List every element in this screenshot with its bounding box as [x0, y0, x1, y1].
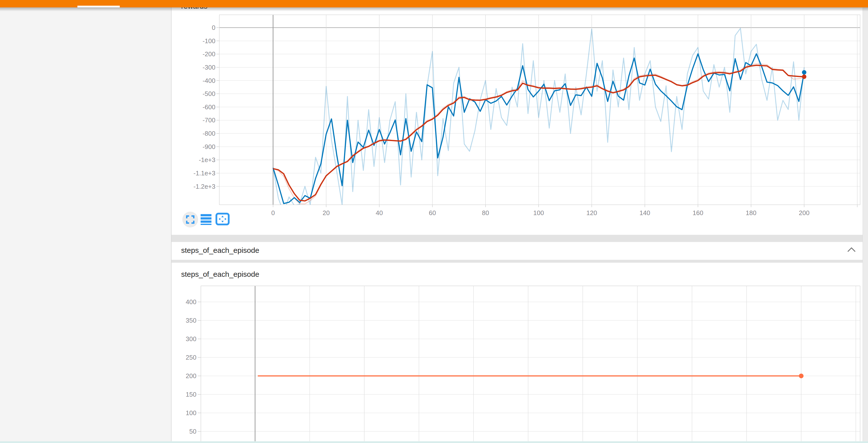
svg-text:40: 40: [376, 209, 383, 216]
svg-text:50: 50: [189, 428, 196, 435]
steps-chart[interactable]: 40035030025020015010050: [173, 281, 865, 443]
svg-text:0: 0: [271, 209, 275, 216]
svg-text:120: 120: [586, 209, 597, 216]
svg-text:-400: -400: [203, 77, 215, 84]
svg-text:-1.1e+3: -1.1e+3: [193, 170, 215, 177]
section-header-title: steps_of_each_episode: [181, 246, 259, 255]
fit-domain-icon: [215, 213, 230, 226]
svg-text:250: 250: [186, 354, 196, 361]
bottom-edge-strip: [0, 441, 868, 443]
svg-text:100: 100: [186, 409, 196, 417]
active-tab-indicator: [78, 6, 120, 7]
svg-text:0: 0: [212, 24, 215, 31]
settings-sidebar: [0, 7, 172, 443]
steps-chart-title: steps_of_each_episode: [181, 270, 259, 278]
svg-text:80: 80: [482, 209, 489, 216]
svg-text:-300: -300: [203, 64, 215, 71]
fit-domain-button[interactable]: [215, 213, 230, 227]
svg-text:100: 100: [533, 209, 544, 216]
expand-icon: [186, 215, 195, 224]
section-gap: [172, 260, 863, 263]
svg-text:60: 60: [429, 209, 436, 216]
svg-text:140: 140: [640, 209, 650, 216]
svg-text:-1.2e+3: -1.2e+3: [193, 183, 215, 190]
svg-text:160: 160: [692, 209, 703, 216]
chevron-up-icon[interactable]: [846, 246, 857, 254]
svg-text:300: 300: [186, 335, 196, 343]
svg-text:-1e+3: -1e+3: [199, 156, 215, 164]
svg-text:-100: -100: [203, 37, 215, 45]
svg-text:150: 150: [186, 391, 196, 398]
svg-text:-800: -800: [203, 130, 215, 137]
svg-text:-600: -600: [203, 104, 215, 111]
expand-chart-button[interactable]: [182, 212, 198, 228]
vertical-scrollbar[interactable]: [863, 7, 868, 443]
svg-text:-900: -900: [203, 143, 215, 150]
svg-text:200: 200: [799, 209, 809, 216]
header-shadow: [0, 7, 868, 11]
svg-text:-700: -700: [203, 116, 215, 124]
section-header-steps-of-each-episode[interactable]: [172, 242, 863, 260]
svg-text:400: 400: [186, 298, 196, 305]
rewards-chart[interactable]: 0-100-200-300-400-500-600-700-800-900-1e…: [173, 9, 865, 237]
svg-text:20: 20: [322, 209, 330, 216]
log-scale-icon: [200, 213, 212, 227]
svg-text:-500: -500: [203, 90, 215, 97]
svg-text:-200: -200: [203, 50, 215, 58]
svg-text:200: 200: [186, 372, 196, 380]
log-scale-button[interactable]: [200, 213, 212, 228]
svg-text:350: 350: [186, 317, 196, 324]
svg-text:180: 180: [746, 209, 756, 216]
app-header-bar: [0, 0, 868, 7]
